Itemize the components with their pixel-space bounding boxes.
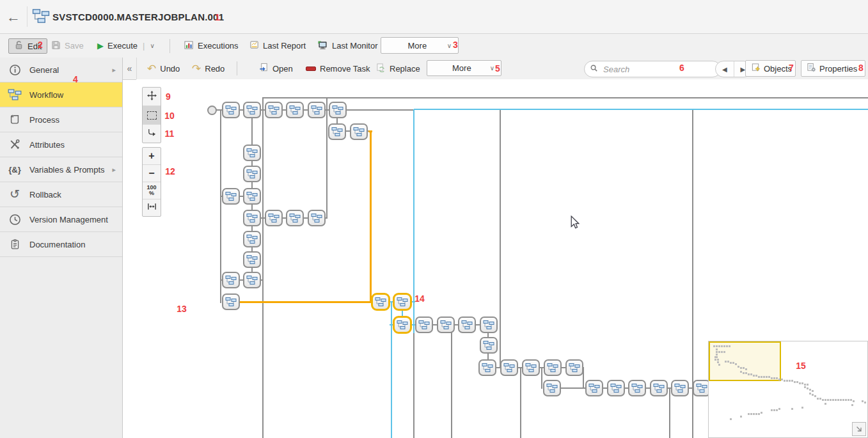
- workflow-task-node[interactable]: [415, 317, 433, 333]
- open-button[interactable]: Open: [259, 58, 293, 79]
- more-dropdown-secondary[interactable]: More ∨: [427, 60, 501, 76]
- workflow-task-node[interactable]: [308, 102, 326, 118]
- workflow-task-node[interactable]: [500, 359, 518, 376]
- sidebar-item-attributes[interactable]: Attributes: [0, 132, 122, 157]
- minimap-node-dot: [730, 362, 732, 364]
- workflow-task-node[interactable]: [286, 210, 304, 226]
- connector-line: [413, 109, 414, 333]
- last-monitor-button[interactable]: Last Monitor: [317, 34, 378, 58]
- redo-icon: ↷: [192, 62, 201, 75]
- minimap-resize-handle[interactable]: [852, 422, 866, 436]
- connector-tool-button[interactable]: [143, 125, 161, 143]
- workflow-task-node-selected[interactable]: [371, 293, 390, 311]
- workflow-task-node[interactable]: [522, 359, 540, 376]
- workflow-task-node[interactable]: [243, 272, 261, 288]
- workflow-task-node[interactable]: [328, 123, 346, 140]
- properties-panel-button[interactable]: Properties: [801, 60, 865, 77]
- save-button[interactable]: Save: [51, 34, 84, 58]
- workflow-task-node[interactable]: [437, 317, 455, 333]
- documentation-icon: [8, 239, 22, 250]
- workflow-task-node[interactable]: [265, 102, 283, 118]
- more-dropdown-primary[interactable]: More ∨: [381, 37, 459, 54]
- workflow-task-node[interactable]: [243, 166, 261, 182]
- minimap-node-dot: [796, 381, 798, 383]
- workflow-task-node-selected[interactable]: [393, 316, 412, 334]
- workflow-task-node[interactable]: [628, 380, 646, 396]
- workflow-task-node[interactable]: [243, 188, 261, 205]
- workflow-task-node-selected[interactable]: [393, 293, 412, 311]
- workflow-start-node[interactable]: [207, 106, 217, 115]
- minimap-node-dot: [842, 399, 844, 401]
- replace-button[interactable]: Replace: [376, 58, 420, 79]
- edit-label: Edit: [28, 42, 42, 51]
- select-tool-button[interactable]: [143, 106, 161, 125]
- undo-button[interactable]: ↶ Undo: [147, 58, 180, 79]
- workflow-task-node[interactable]: [222, 102, 240, 118]
- workflow-task-node[interactable]: [222, 188, 240, 205]
- zoom-in-button[interactable]: +: [143, 148, 161, 165]
- execute-button[interactable]: ▶ Execute | ∨: [97, 34, 155, 58]
- minimap-node-dot: [735, 363, 737, 365]
- remove-task-button[interactable]: Remove Task: [306, 58, 370, 79]
- workflow-task-node[interactable]: [308, 210, 326, 226]
- zoom-level-button[interactable]: 100%: [143, 182, 161, 199]
- workflow-task-node[interactable]: [480, 337, 498, 354]
- sidebar-item-general[interactable]: General▸: [0, 58, 122, 82]
- minimap-node-dot: [727, 361, 729, 363]
- workflow-task-node[interactable]: [222, 272, 240, 288]
- last-report-button[interactable]: Last Report: [249, 34, 306, 58]
- connector-line: [240, 301, 373, 303]
- connector-line: [669, 389, 670, 438]
- workflow-task-node[interactable]: [671, 380, 689, 396]
- sidebar-item-workflow[interactable]: Workflow: [0, 82, 122, 107]
- connector-line: [520, 368, 521, 438]
- pan-tool-button[interactable]: [143, 88, 161, 106]
- sidebar-item-rollback[interactable]: ↺Rollback: [0, 182, 122, 207]
- minimap-node-dot: [738, 366, 739, 368]
- workflow-task-node[interactable]: [243, 145, 261, 161]
- objects-panel-button[interactable]: Objects: [745, 60, 796, 77]
- workflow-task-node[interactable]: [480, 317, 498, 333]
- workflow-task-node[interactable]: [243, 231, 261, 247]
- workflow-task-node[interactable]: [329, 102, 347, 118]
- workflow-task-node[interactable]: [585, 380, 603, 396]
- workflow-task-node[interactable]: [243, 210, 261, 226]
- zoom-out-button[interactable]: −: [143, 165, 161, 182]
- executions-button[interactable]: Executions: [184, 34, 239, 58]
- workflow-task-node[interactable]: [458, 317, 476, 333]
- minimap-node-dot: [786, 380, 788, 382]
- chevron-down-icon[interactable]: ∨: [150, 42, 154, 49]
- workflow-task-node[interactable]: [222, 293, 240, 310]
- minimap-node-dot: [748, 373, 750, 375]
- sidebar-item-label: General: [29, 65, 59, 75]
- previous-result-button[interactable]: ◀: [716, 61, 734, 77]
- workflow-task-node[interactable]: [243, 251, 261, 268]
- collapse-sidebar-button[interactable]: «: [123, 58, 137, 79]
- edit-button[interactable]: Edit: [8, 38, 47, 54]
- workflow-task-node[interactable]: [607, 380, 625, 396]
- sidebar-item-version-management[interactable]: Version Management: [0, 207, 122, 232]
- minimap-node-dot: [763, 376, 765, 378]
- back-arrow-button[interactable]: ←: [6, 9, 20, 26]
- sidebar-item-documentation[interactable]: Documentation: [0, 232, 122, 257]
- workflow-object-icon: [32, 8, 50, 27]
- workflow-task-node[interactable]: [243, 102, 261, 118]
- redo-button[interactable]: ↷ Redo: [192, 58, 225, 79]
- fit-width-button[interactable]: [143, 199, 161, 216]
- workflow-task-node[interactable]: [565, 359, 583, 376]
- minimap-viewport[interactable]: [709, 341, 781, 381]
- minimap-node-dot: [718, 345, 720, 347]
- workflow-task-node[interactable]: [350, 123, 368, 140]
- workflow-task-node[interactable]: [265, 210, 283, 226]
- minimap-node-dot: [758, 413, 760, 415]
- objects-label: Objects: [764, 64, 792, 74]
- workflow-task-node[interactable]: [650, 380, 668, 396]
- sidebar-item-process[interactable]: Process: [0, 107, 122, 132]
- minimap-panel[interactable]: [708, 341, 868, 438]
- workflow-task-node[interactable]: [543, 380, 561, 396]
- search-input[interactable]: [602, 64, 717, 75]
- workflow-task-node[interactable]: [286, 102, 304, 118]
- workflow-task-node[interactable]: [478, 359, 496, 376]
- sidebar-item-variables-prompts[interactable]: {&}Variables & Prompts▸: [0, 157, 122, 182]
- workflow-task-node[interactable]: [544, 359, 562, 376]
